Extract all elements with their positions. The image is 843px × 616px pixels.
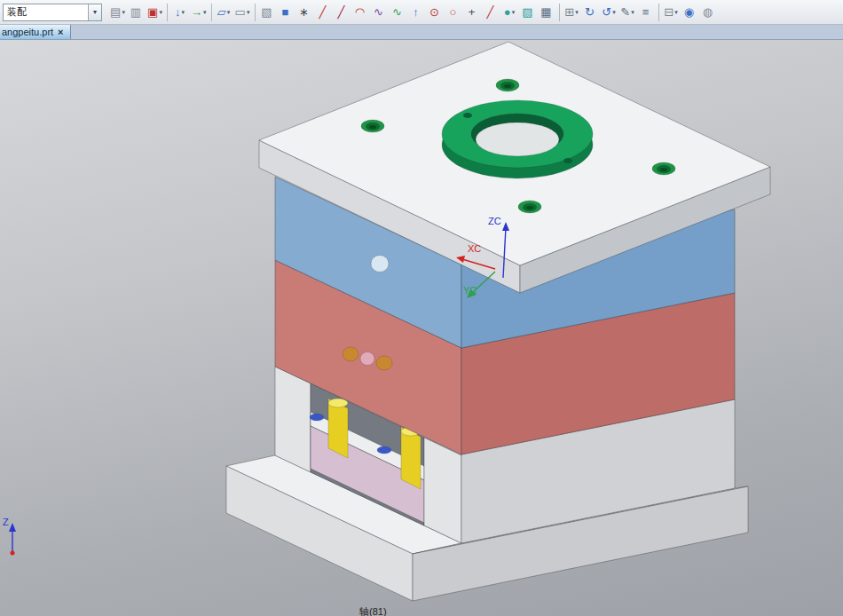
spline-icon[interactable]: ∿	[370, 3, 389, 22]
wcs-y-label: YC	[463, 285, 477, 296]
edit-object-display-icon[interactable]: ✎▾	[618, 3, 637, 22]
assembly-combobox-value: 装配	[7, 5, 27, 19]
shell-icon[interactable]: ▧	[519, 3, 538, 22]
b-plate-bushing-2[interactable]	[376, 356, 392, 370]
select-rect-icon[interactable]: ▭▾	[233, 3, 252, 22]
ring-screw-2[interactable]	[563, 158, 572, 163]
arc-icon[interactable]: ◠	[351, 3, 370, 22]
b-plate-center-hole[interactable]	[360, 352, 374, 366]
promote-body-icon[interactable]: ↓▾	[170, 3, 189, 22]
ring-screw-1[interactable]	[463, 113, 472, 118]
toolbar-separator	[211, 4, 212, 21]
toolbar-separator	[167, 4, 168, 21]
block-icon[interactable]: ■	[277, 3, 295, 22]
nx-window: 装配 ▾ ▤▾ ▥ ▣▾ ↓▾ →▾ ▱▾ ▭▾ ▧ ■ ∗ ╱ ╱ ◠ ∿ ∿…	[0, 0, 843, 616]
window-layout-icon[interactable]: ⊞▾	[563, 3, 581, 22]
point-set-icon[interactable]: ∗	[295, 3, 314, 22]
front-riser-face[interactable]	[424, 438, 461, 543]
wave-link-icon[interactable]: →▾	[189, 3, 209, 22]
view-triad-origin	[11, 551, 15, 556]
line2-icon[interactable]: ╱	[482, 3, 500, 22]
wcs-z-label: ZC	[488, 216, 501, 226]
wcs-x-label: XC	[468, 243, 481, 254]
sphere-icon[interactable]: ●▾	[500, 3, 519, 22]
hole-icon[interactable]: ⊙	[426, 3, 445, 22]
orbit-view-icon[interactable]: ↺▾	[600, 3, 618, 22]
extrude-icon[interactable]: ↑	[407, 3, 426, 22]
ejector-pin-2-body[interactable]	[401, 427, 421, 489]
assembly-combobox[interactable]: 装配 ▾	[3, 4, 102, 21]
cap-screw-1[interactable]	[361, 120, 384, 132]
tab-label: angpeitu.prt	[2, 27, 53, 37]
studio-spline-icon[interactable]: ∿	[389, 3, 407, 22]
grid-table-icon[interactable]: ▦	[538, 3, 556, 22]
cap-screw-2[interactable]	[496, 79, 519, 91]
part-family-icon[interactable]: ▣▾	[146, 3, 164, 22]
cap-screw-3[interactable]	[652, 162, 675, 175]
combo-dropdown-icon[interactable]: ▾	[88, 4, 101, 20]
toolbar-separator	[658, 4, 659, 21]
toolbar-separator	[559, 4, 560, 21]
view-triad-z-label: Z	[3, 517, 9, 527]
profile-line-icon[interactable]: ╱	[333, 3, 351, 22]
view-triad-z-arrowhead	[9, 523, 16, 532]
cap-screw-4[interactable]	[518, 201, 541, 213]
monitor-icon[interactable]: ⊟▾	[662, 3, 681, 22]
paste-icon[interactable]: ▤▾	[108, 3, 127, 22]
copy-icon[interactable]: ▥	[127, 3, 146, 22]
datum-csys-icon[interactable]: ▧	[258, 3, 277, 22]
graphics-viewport[interactable]: ZC XC YC Z 轴(81)	[0, 40, 843, 616]
point-icon[interactable]: +	[463, 3, 482, 22]
left-riser-face[interactable]	[275, 367, 311, 472]
b-plate-bushing-1[interactable]	[343, 347, 358, 361]
top-toolbar: 装配 ▾ ▤▾ ▥ ▣▾ ↓▾ →▾ ▱▾ ▭▾ ▧ ■ ∗ ╱ ╱ ◠ ∿ ∿…	[0, 0, 843, 25]
pan-view-icon[interactable]: ◍	[699, 3, 718, 22]
ejector-screw-2[interactable]	[377, 446, 391, 454]
tab-zhuangpeitu-prt[interactable]: angpeitu.prt ×	[0, 25, 71, 39]
refresh-view-icon[interactable]: ↻	[581, 3, 600, 22]
tab-bar: angpeitu.prt ×	[0, 25, 843, 40]
show-hide-icon[interactable]: ◉	[681, 3, 699, 22]
layer-settings-icon[interactable]: ≡	[637, 3, 656, 22]
selection-status-text: 轴(81)	[358, 606, 387, 616]
a-plate-hole[interactable]	[371, 256, 389, 272]
toolbar-separator	[255, 4, 256, 21]
ejector-screw-1[interactable]	[310, 414, 324, 421]
sketch-icon[interactable]: ▱▾	[215, 3, 233, 22]
line-icon[interactable]: ╱	[314, 3, 333, 22]
locating-ring-bore[interactable]	[476, 122, 559, 156]
tab-close-icon[interactable]: ×	[58, 27, 63, 37]
circle-icon[interactable]: ○	[445, 3, 463, 22]
model-scene[interactable]: ZC XC YC Z 轴(81)	[0, 40, 843, 616]
